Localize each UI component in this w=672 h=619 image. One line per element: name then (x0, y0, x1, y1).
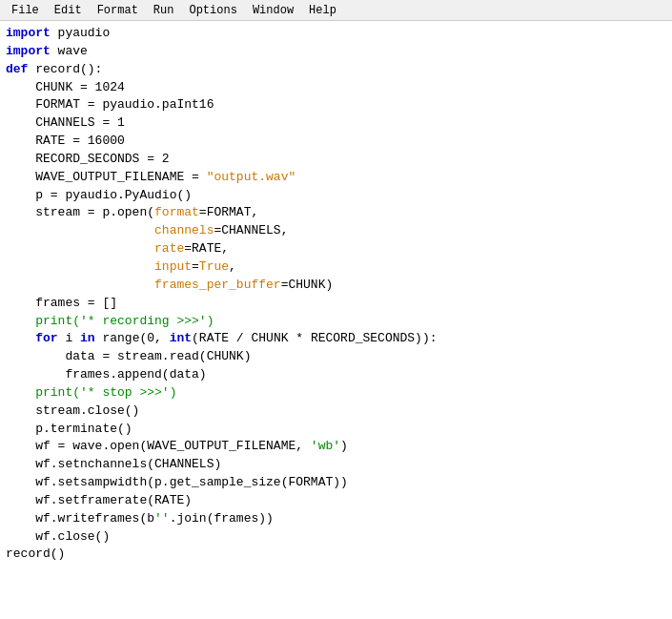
code-line: import wave (6, 43, 666, 61)
code-line: wf.close() (6, 528, 666, 547)
menubar: File Edit Format Run Options Window Help (0, 0, 672, 21)
code-line: WAVE_OUTPUT_FILENAME = "output.wav" (6, 169, 666, 187)
menu-edit[interactable]: Edit (47, 2, 90, 19)
code-line: CHUNK = 1024 (6, 79, 666, 97)
code-line: stream.close() (6, 402, 666, 421)
code-line: stream = p.open(format=FORMAT, (6, 204, 666, 222)
code-line: frames.append(data) (6, 366, 666, 384)
code-line: wf.writeframes(b''.join(frames)) (6, 510, 666, 528)
code-line: def record(): (6, 61, 666, 79)
code-line: rate=RATE, (6, 240, 666, 258)
code-line: frames = [] (6, 295, 666, 313)
code-line: FORMAT = pyaudio.paInt16 (6, 96, 666, 114)
menu-run[interactable]: Run (146, 2, 182, 19)
menu-file[interactable]: File (4, 2, 47, 19)
code-line: print('* recording >>>') (6, 313, 666, 331)
menu-window[interactable]: Window (245, 2, 301, 19)
code-line: p.terminate() (6, 421, 666, 439)
code-line: CHANNELS = 1 (6, 114, 666, 133)
code-line: record() (6, 546, 666, 564)
code-line: data = stream.read(CHUNK) (6, 348, 666, 366)
code-line: import pyaudio (6, 25, 666, 43)
code-line: RATE = 16000 (6, 133, 666, 151)
code-editor[interactable]: import pyaudioimport wavedef record(): C… (0, 21, 672, 619)
code-line: input=True, (6, 258, 666, 277)
code-line: wf.setframerate(RATE) (6, 492, 666, 510)
code-line: frames_per_buffer=CHUNK) (6, 277, 666, 295)
code-line: wf.setsampwidth(p.get_sample_size(FORMAT… (6, 474, 666, 492)
code-line: p = pyaudio.PyAudio() (6, 187, 666, 205)
menu-options[interactable]: Options (181, 2, 244, 19)
code-line: print('* stop >>>') (6, 384, 666, 402)
code-line: channels=CHANNELS, (6, 222, 666, 240)
code-line: for i in range(0, int(RATE / CHUNK * REC… (6, 330, 666, 348)
menu-format[interactable]: Format (90, 2, 146, 19)
menu-help[interactable]: Help (301, 2, 344, 19)
code-line: wf = wave.open(WAVE_OUTPUT_FILENAME, 'wb… (6, 438, 666, 456)
code-line: RECORD_SECONDS = 2 (6, 151, 666, 169)
code-line: wf.setnchannels(CHANNELS) (6, 456, 666, 474)
